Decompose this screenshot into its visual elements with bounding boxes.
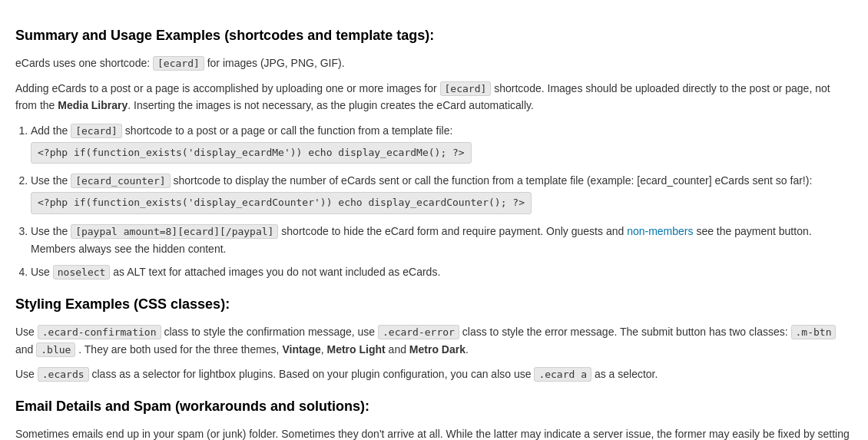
vintage-bold: Vintage (282, 343, 320, 356)
styling-section: Styling Examples (CSS classes): Use .eca… (15, 293, 853, 383)
m-btn-code: .m-btn (791, 325, 837, 339)
summary-para2: Adding eCards to a post or a page is acc… (15, 80, 853, 114)
item1-code: [ecard] (71, 124, 122, 138)
email-para1: Sometimes emails end up in your spam (or… (15, 425, 853, 440)
list-item-4: Use noselect as ALT text for attached im… (31, 263, 853, 281)
summary-title-bold: Summary and Usage Examples (15, 28, 220, 43)
item1-prefix: Add the (31, 124, 71, 137)
usage-list: Add the [ecard] shortcode to a post or a… (31, 122, 853, 281)
styling-para2: Use .ecards class as a selector for ligh… (15, 366, 853, 383)
styling-title-normal: (CSS classes): (130, 296, 230, 312)
ecard-shortcode-inline2: [ecard] (440, 81, 492, 96)
summary-section: Summary and Usage Examples (shortcodes a… (15, 25, 853, 281)
styling-para1: Use .ecard-confirmation class to style t… (15, 323, 853, 359)
item1-codeline: <?php if(function_exists('display_ecardM… (31, 142, 472, 164)
metro-dark-bold: Metro Dark (409, 343, 465, 356)
item4-text: as ALT text for attached images you do n… (110, 266, 440, 278)
summary-heading: Summary and Usage Examples (shortcodes a… (15, 25, 853, 47)
email-heading: Email Details and Spam (workarounds and … (15, 395, 853, 418)
ecard-confirmation-code: .ecard-confirmation (38, 325, 161, 339)
ecard-error-code: .ecard-error (378, 325, 459, 339)
item2-code: [ecard_counter] (71, 174, 170, 188)
ecard-a-code: .ecard a (534, 367, 591, 382)
styling-title-bold: Styling Examples (15, 296, 130, 312)
item2-prefix: Use the (31, 174, 71, 187)
summary-title-normal: (shortcodes and template tags): (220, 28, 434, 43)
blue-code: .blue (36, 342, 75, 357)
email-title-normal: (workarounds and solutions): (171, 399, 369, 414)
non-members-link[interactable]: non-members (627, 225, 693, 237)
item3-text-before: shortcode to hide the eCard form and req… (278, 225, 627, 237)
ecards-code: .ecards (38, 367, 89, 382)
list-item-2: Use the [ecard_counter] shortcode to dis… (31, 172, 853, 217)
item2-text: shortcode to display the number of eCard… (171, 174, 813, 187)
email-section: Email Details and Spam (workarounds and … (15, 395, 853, 440)
item3-prefix: Use the (31, 225, 71, 237)
item3-code: [paypal amount=8][ecard][/paypal] (71, 224, 278, 239)
list-item-3: Use the [paypal amount=8][ecard][/paypal… (31, 223, 853, 257)
styling-heading: Styling Examples (CSS classes): (15, 293, 853, 316)
item4-code: noselect (53, 265, 111, 280)
summary-para1: eCards uses one shortcode: [ecard] for i… (15, 55, 853, 72)
ecard-shortcode-inline: [ecard] (153, 56, 204, 71)
email-title-bold: Email Details and Spam (15, 399, 171, 414)
metro-light-bold: Metro Light (327, 343, 386, 356)
item2-codeline: <?php if(function_exists('display_ecardC… (31, 192, 532, 214)
list-item-1: Add the [ecard] shortcode to a post or a… (31, 122, 853, 167)
media-library-bold: Media Library (58, 99, 128, 111)
item1-text: shortcode to a post or a page or call th… (122, 124, 452, 137)
item4-prefix: Use (31, 266, 53, 278)
